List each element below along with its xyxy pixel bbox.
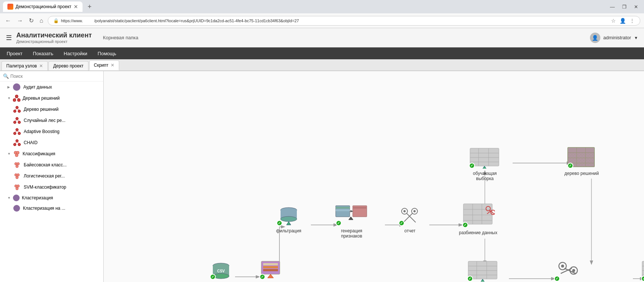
- menu-item-show[interactable]: Показать: [28, 49, 58, 58]
- svg-line-18: [15, 131, 17, 132]
- sidebar-group-clustering-label: Кластеризация: [22, 195, 53, 200]
- sidebar-item-bayesian[interactable]: Байесовская класс...: [0, 159, 103, 170]
- svg-text:CSV: CSV: [217, 269, 225, 273]
- home-button[interactable]: ⌂: [38, 17, 45, 24]
- menu-item-help[interactable]: Помощь: [93, 49, 121, 58]
- svg-point-36: [16, 188, 19, 190]
- status-train: [469, 163, 475, 169]
- status-report: [399, 220, 405, 226]
- tab-close-button[interactable]: ✕: [74, 4, 78, 10]
- node-report[interactable]: отчет: [398, 205, 422, 233]
- node-tree-result-label: дерево решений: [564, 171, 599, 176]
- svg-rect-64: [336, 209, 350, 211]
- new-tab-button[interactable]: +: [85, 3, 94, 11]
- svm-icon: [13, 183, 21, 191]
- node-apply[interactable]: применение модели к тестовой выборке: [550, 258, 590, 282]
- expand-icon-audit: ▶: [7, 85, 10, 89]
- maximize-button[interactable]: ❐: [622, 4, 627, 10]
- sidebar-item-audit[interactable]: ▶ Аудит данных: [0, 82, 103, 93]
- tab-script[interactable]: Скрипт ✕: [89, 60, 119, 70]
- sidebar-group-clustering[interactable]: ▼ Кластеризация: [0, 193, 103, 203]
- svg-point-60: [281, 216, 297, 222]
- svg-point-22: [18, 143, 21, 146]
- node-errors[interactable]: ошибки: [640, 258, 644, 282]
- canvas-area[interactable]: CSV данные индексирование: [104, 71, 644, 282]
- browser-tab[interactable]: Демонстрационный проект ✕: [3, 1, 83, 12]
- menu-icon[interactable]: ⋮: [630, 18, 635, 24]
- decision-trees-icon: [13, 94, 20, 102]
- status-split: [462, 222, 468, 228]
- node-data[interactable]: CSV данные: [209, 260, 233, 282]
- sidebar-palette: 🔍 ▶ Аудит данных ▼ Деревья решений: [0, 71, 104, 282]
- svg-line-9: [17, 109, 19, 110]
- svg-point-10: [16, 117, 19, 120]
- sidebar-group-classification[interactable]: ▼ Классификация: [0, 148, 103, 159]
- breadcrumb: Корневая папка: [103, 35, 138, 40]
- svg-point-74: [413, 210, 416, 212]
- svg-point-33: [16, 176, 19, 179]
- svg-point-29: [17, 163, 20, 165]
- node-train[interactable]: обучающая выборка: [464, 145, 505, 181]
- address-bar: ← → ↻ ⌂ 🔒 https://www. /polyanalst/stati…: [0, 13, 644, 28]
- back-button[interactable]: ←: [4, 17, 13, 24]
- address-text: https://www. /polyanalst/static/paclient…: [61, 19, 609, 23]
- tab-palette[interactable]: Палитра узлов ✕: [1, 61, 48, 70]
- clustering-icon: [13, 195, 20, 201]
- node-test[interactable]: тестовая выборка: [464, 258, 502, 282]
- sidebar-item-svm[interactable]: SVM-классификатор: [0, 182, 103, 193]
- search-input[interactable]: [10, 74, 100, 79]
- minimize-button[interactable]: —: [610, 4, 615, 10]
- tab-script-close[interactable]: ✕: [111, 63, 114, 68]
- sidebar-item-chaid[interactable]: CHAID: [0, 137, 103, 148]
- clustering-na-icon: [13, 205, 20, 212]
- audit-icon: [13, 83, 20, 91]
- sidebar-item-adaptive-boosting-label: Adaptive Boosting: [24, 129, 60, 134]
- svg-rect-66: [353, 207, 367, 209]
- svg-point-2: [17, 99, 20, 102]
- forward-button[interactable]: →: [16, 17, 24, 24]
- svg-rect-102: [468, 261, 497, 279]
- sidebar-item-adaptive-boosting[interactable]: Adaptive Boosting: [0, 126, 103, 137]
- sidebar-item-bayesian-label: Байесовская класс...: [24, 162, 67, 167]
- menu-item-project[interactable]: Проект: [1, 49, 28, 58]
- node-filter-label: фильтрация: [276, 228, 301, 233]
- node-filter[interactable]: фильтрация: [276, 205, 302, 233]
- close-window-button[interactable]: ✕: [634, 4, 638, 10]
- node-feature[interactable]: генерация признаков: [331, 203, 372, 239]
- sidebar-item-logistic[interactable]: Логистическая рег...: [0, 170, 103, 182]
- tab-script-label: Скрипт: [94, 63, 108, 68]
- bookmark-icon[interactable]: ☆: [611, 18, 616, 24]
- user-dropdown-icon[interactable]: ▼: [634, 36, 638, 40]
- logistic-icon: [13, 172, 21, 180]
- sidebar-item-clustering-na[interactable]: Кластеризация на ...: [0, 203, 103, 213]
- sidebar-item-decision-tree-label: Дерево решений: [24, 107, 58, 112]
- reload-button[interactable]: ↻: [27, 17, 35, 24]
- sidebar-item-audit-label: Аудит данных: [23, 84, 52, 90]
- address-icons: ☆ 👤 ⋮: [611, 18, 635, 24]
- hamburger-icon[interactable]: ☰: [6, 34, 12, 42]
- sidebar-group-decision-trees[interactable]: ▼ Деревья решений: [0, 93, 103, 104]
- address-field[interactable]: 🔒 https://www. /polyanalst/static/paclie…: [48, 16, 640, 26]
- node-train-label: обучающая выборка: [464, 171, 505, 181]
- tab-title: Демонстрационный проект: [16, 4, 71, 9]
- svg-line-19: [17, 131, 19, 132]
- sidebar-group-classification-label: Классификация: [23, 151, 55, 156]
- sidebar-item-decision-tree[interactable]: Дерево решений: [0, 104, 103, 115]
- svg-rect-75: [463, 204, 492, 224]
- sidebar-item-svm-label: SVM-классификатор: [24, 185, 66, 190]
- profile-icon[interactable]: 👤: [620, 18, 626, 24]
- node-feature-label: генерация признаков: [331, 228, 372, 239]
- app-title-sub: Демонстрационный проект: [16, 39, 92, 44]
- status-feature: [336, 220, 342, 226]
- svg-point-113: [561, 265, 564, 268]
- main-content: 🔍 ▶ Аудит данных ▼ Деревья решений: [0, 71, 644, 282]
- svg-point-114: [572, 269, 575, 272]
- node-split[interactable]: разбиение данных: [459, 201, 497, 235]
- svg-line-3: [14, 98, 17, 99]
- node-tree-result[interactable]: дерево решений: [564, 145, 599, 176]
- menu-item-settings[interactable]: Настройки: [58, 49, 93, 58]
- tab-palette-close[interactable]: ✕: [39, 63, 43, 69]
- tab-project-tree[interactable]: Дерево проект: [48, 61, 88, 70]
- node-index[interactable]: индексирование: [255, 258, 288, 282]
- sidebar-item-random-forest[interactable]: Случайный лес ре...: [0, 115, 103, 126]
